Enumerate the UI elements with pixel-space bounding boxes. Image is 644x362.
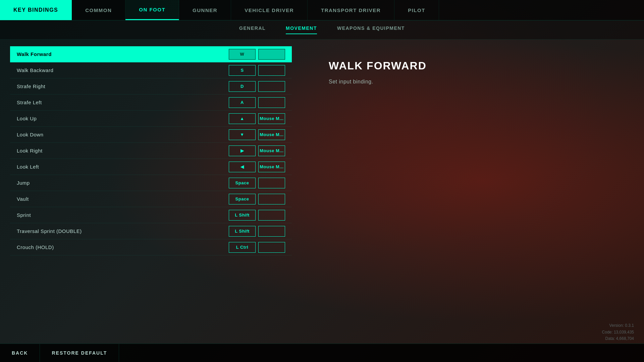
key-primary[interactable]: L Ctrl: [229, 242, 256, 253]
tab-general[interactable]: GENERAL: [239, 25, 266, 34]
binding-keys: L Shift: [229, 226, 285, 237]
detail-description: Set input binding.: [329, 79, 624, 85]
restore-default-button[interactable]: RESTORE DEFAULT: [40, 344, 119, 362]
bindings-panel: Walk ForwardW Walk BackwardS Strafe Righ…: [0, 40, 302, 345]
key-primary[interactable]: Space: [229, 194, 256, 204]
tab-movement[interactable]: MOVEMENT: [286, 25, 317, 34]
binding-name: Look Up: [17, 116, 229, 121]
binding-name: Jump: [17, 180, 229, 186]
key-primary[interactable]: D: [229, 81, 256, 92]
nav-key-bindings[interactable]: KEY BINDINGS: [0, 0, 72, 20]
key-primary[interactable]: ▲: [229, 113, 256, 124]
detail-title: WALK FORWARD: [329, 60, 624, 72]
binding-keys: L Ctrl: [229, 242, 285, 253]
key-primary[interactable]: ◀: [229, 162, 256, 172]
version-line2: Code: 13,039,435: [602, 329, 634, 336]
back-button[interactable]: BACK: [0, 344, 40, 362]
binding-name: Sprint: [17, 212, 229, 218]
key-secondary[interactable]: [258, 226, 285, 237]
binding-row[interactable]: Strafe LeftA: [10, 95, 292, 111]
version-info: Version: 0.3.1 Code: 13,039,435 Data: 4,…: [602, 322, 634, 342]
nav-pilot[interactable]: PILOT: [394, 0, 439, 20]
nav-common[interactable]: COMMON: [72, 0, 125, 20]
binding-keys: W: [229, 49, 285, 60]
key-primary[interactable]: L Shift: [229, 226, 256, 237]
binding-row[interactable]: VaultSpace: [10, 191, 292, 207]
key-primary[interactable]: W: [229, 49, 256, 60]
tab-weapons-equipment[interactable]: WEAPONS & EQUIPMENT: [337, 25, 405, 34]
binding-row[interactable]: Walk ForwardW: [10, 46, 292, 62]
nav-gunner[interactable]: GUNNER: [179, 0, 231, 20]
binding-name: Strafe Left: [17, 100, 229, 105]
key-primary[interactable]: L Shift: [229, 210, 256, 221]
bottom-bar: BACK RESTORE DEFAULT: [0, 344, 644, 362]
key-secondary[interactable]: [258, 194, 285, 204]
key-secondary[interactable]: [258, 242, 285, 253]
binding-row[interactable]: Look Down▼Mouse M...: [10, 127, 292, 143]
key-secondary[interactable]: [258, 49, 285, 60]
binding-row[interactable]: Strafe RightD: [10, 78, 292, 95]
binding-row[interactable]: Look Right▶Mouse M...: [10, 143, 292, 159]
key-primary[interactable]: A: [229, 97, 256, 108]
binding-name: Vault: [17, 196, 229, 202]
binding-keys: ▼Mouse M...: [229, 129, 285, 140]
binding-keys: ◀Mouse M...: [229, 162, 285, 172]
key-secondary[interactable]: Mouse M...: [258, 113, 285, 124]
binding-name: Crouch (HOLD): [17, 244, 229, 250]
binding-name: Walk Forward: [17, 51, 229, 57]
key-primary[interactable]: ▶: [229, 145, 256, 156]
nav-vehicle-driver[interactable]: VEHICLE DRIVER: [231, 0, 308, 20]
binding-keys: ▲Mouse M...: [229, 113, 285, 124]
key-secondary[interactable]: [258, 65, 285, 76]
binding-name: Traversal Sprint (DOUBLE): [17, 228, 229, 234]
binding-row[interactable]: SprintL Shift: [10, 207, 292, 223]
version-line1: Version: 0.3.1: [602, 322, 634, 329]
top-nav: KEY BINDINGS COMMON ON FOOT GUNNER VEHIC…: [0, 0, 644, 20]
binding-row[interactable]: Look Left◀Mouse M...: [10, 159, 292, 175]
binding-keys: ▶Mouse M...: [229, 145, 285, 156]
binding-row[interactable]: Crouch (HOLD)L Ctrl: [10, 239, 292, 255]
nav-transport-driver[interactable]: TRANSPORT DRIVER: [308, 0, 394, 20]
main-layout: Walk ForwardW Walk BackwardS Strafe Righ…: [0, 40, 644, 345]
binding-keys: Space: [229, 194, 285, 204]
nav-on-foot[interactable]: ON FOOT: [125, 0, 179, 20]
key-secondary[interactable]: [258, 97, 285, 108]
detail-panel: WALK FORWARD Set input binding.: [302, 40, 644, 345]
binding-keys: Space: [229, 178, 285, 188]
key-secondary[interactable]: [258, 178, 285, 188]
key-primary[interactable]: Space: [229, 178, 256, 188]
binding-name: Strafe Right: [17, 83, 229, 89]
key-primary[interactable]: S: [229, 65, 256, 76]
key-secondary[interactable]: Mouse M...: [258, 129, 285, 140]
key-secondary[interactable]: Mouse M...: [258, 162, 285, 172]
binding-row[interactable]: Walk BackwardS: [10, 62, 292, 78]
binding-row[interactable]: Traversal Sprint (DOUBLE)L Shift: [10, 223, 292, 239]
binding-name: Look Down: [17, 132, 229, 137]
version-line3: Data: 4,668,704: [602, 336, 634, 342]
key-secondary[interactable]: [258, 210, 285, 221]
binding-keys: S: [229, 65, 285, 76]
binding-row[interactable]: Look Up▲Mouse M...: [10, 111, 292, 127]
key-primary[interactable]: ▼: [229, 129, 256, 140]
bindings-list: Walk ForwardW Walk BackwardS Strafe Righ…: [10, 46, 292, 255]
binding-name: Look Left: [17, 164, 229, 170]
binding-name: Walk Backward: [17, 67, 229, 73]
key-secondary[interactable]: Mouse M...: [258, 145, 285, 156]
binding-keys: D: [229, 81, 285, 92]
binding-row[interactable]: JumpSpace: [10, 175, 292, 191]
sub-tabs: GENERAL MOVEMENT WEAPONS & EQUIPMENT: [0, 20, 644, 40]
binding-name: Look Right: [17, 148, 229, 154]
binding-keys: A: [229, 97, 285, 108]
key-secondary[interactable]: [258, 81, 285, 92]
binding-keys: L Shift: [229, 210, 285, 221]
